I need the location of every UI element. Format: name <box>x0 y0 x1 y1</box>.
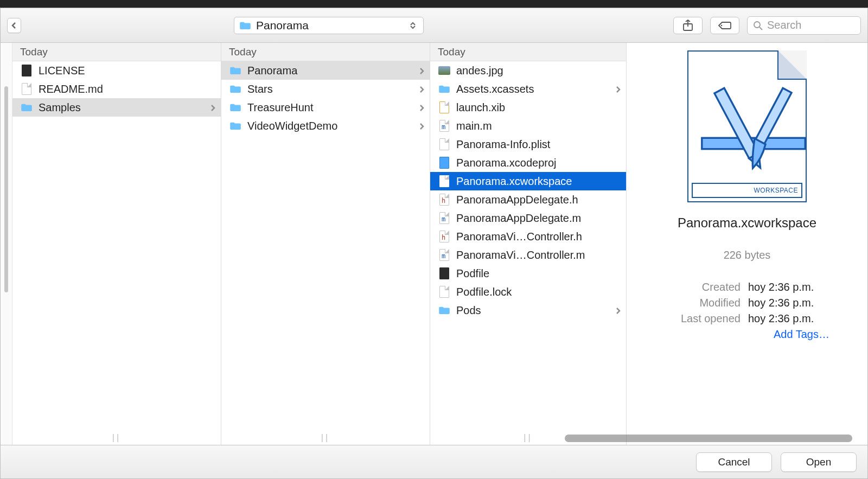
file-icon <box>20 83 33 95</box>
folder-icon <box>229 122 242 130</box>
file-name: VideoWidgetDemo <box>247 120 414 132</box>
file-row[interactable]: Panorama-Info.plist <box>430 135 626 154</box>
chevron-right-icon <box>420 83 424 95</box>
add-tags-link[interactable]: Add Tags… <box>748 328 829 341</box>
file-name: Panorama-Info.plist <box>456 138 621 151</box>
search-icon <box>753 21 763 30</box>
column-header: Today <box>221 43 430 61</box>
chevron-right-icon <box>211 101 215 114</box>
svg-rect-7 <box>755 88 792 145</box>
image-file-icon <box>438 66 451 75</box>
column-resize-handle[interactable]: || <box>321 433 330 443</box>
column-3: Today andes.jpgAssets.xcassetslaunch.xib… <box>430 43 627 445</box>
file-name: andes.jpg <box>456 65 621 77</box>
back-button[interactable] <box>7 18 21 33</box>
column-resize-handle[interactable]: || <box>524 433 532 443</box>
column-resize-handle[interactable]: || <box>112 433 121 443</box>
xcode-workspace-icon <box>698 81 809 174</box>
file-row[interactable]: hPanoramaVi…Controller.h <box>430 227 626 246</box>
chevron-right-icon <box>420 65 424 77</box>
value-modified: hoy 2:36 p.m. <box>748 297 829 309</box>
file-row[interactable]: andes.jpg <box>430 61 626 80</box>
chevron-right-icon <box>420 120 424 132</box>
column-2: Today PanoramaStarsTreasureHuntVideoWidg… <box>221 43 430 445</box>
open-button[interactable]: Open <box>781 452 857 472</box>
file-row[interactable]: Assets.xcassets <box>430 80 626 98</box>
file-row[interactable]: Pods <box>430 301 626 320</box>
file-row[interactable]: hPanoramaAppDelegate.h <box>430 190 626 209</box>
file-name: PanoramaVi…Controller.m <box>456 249 621 261</box>
file-row[interactable]: Stars <box>221 80 430 98</box>
sidebar-scroll-thumb[interactable] <box>4 86 8 292</box>
file-name: Samples <box>39 101 206 114</box>
folder-icon <box>438 85 451 93</box>
plist-file-icon <box>438 138 451 150</box>
file-row[interactable]: TreasureHunt <box>221 98 430 117</box>
label-last-opened: Last opened <box>665 312 741 325</box>
file-row[interactable]: Samples <box>12 98 221 117</box>
objc-m-file-icon: m <box>438 120 451 132</box>
preview-file-name: Panorama.xcworkspace <box>678 215 816 231</box>
file-name: PanoramaAppDelegate.h <box>456 194 621 206</box>
label-created: Created <box>665 281 741 293</box>
open-dialog: Panorama Search <box>0 8 868 479</box>
terminal-file-icon <box>20 65 33 76</box>
value-created: hoy 2:36 p.m. <box>748 281 829 293</box>
sidebar-scroll-track[interactable] <box>1 43 12 445</box>
search-field[interactable]: Search <box>747 16 861 35</box>
objc-h-file-icon: h <box>438 231 451 242</box>
file-name: Pods <box>456 304 611 317</box>
folder-icon <box>20 103 33 112</box>
tags-button[interactable] <box>710 17 739 34</box>
objc-h-file-icon: h <box>438 194 451 206</box>
svg-point-2 <box>754 22 760 28</box>
dialog-footer: Cancel Open <box>1 445 867 478</box>
file-name: Stars <box>247 83 414 95</box>
file-name: Panorama.xcworkspace <box>456 175 621 188</box>
file-name: launch.xib <box>456 101 621 114</box>
path-popup[interactable]: Panorama <box>234 17 424 34</box>
chevron-right-icon <box>616 304 621 317</box>
file-name: Assets.xcassets <box>456 83 611 95</box>
file-row[interactable]: mPanoramaVi…Controller.m <box>430 246 626 264</box>
share-button[interactable] <box>673 17 703 34</box>
file-row[interactable]: README.md <box>12 80 221 98</box>
xcodeproj-icon <box>438 157 451 169</box>
file-name: PanoramaVi…Controller.h <box>456 231 621 243</box>
folder-icon <box>239 21 252 30</box>
file-name: README.md <box>39 83 215 95</box>
file-row[interactable]: Podfile <box>430 264 626 283</box>
search-placeholder: Search <box>767 19 801 31</box>
column-browser: Today LICENSEREADME.mdSamples || Today P… <box>1 43 867 445</box>
file-row[interactable]: Panorama <box>221 61 430 80</box>
file-row[interactable]: mPanoramaAppDelegate.m <box>430 209 626 227</box>
folder-icon <box>229 85 242 93</box>
folder-icon <box>229 103 242 112</box>
file-row[interactable]: Podfile.lock <box>430 283 626 301</box>
toolbar: Panorama Search <box>1 8 867 43</box>
preview-metadata: Created hoy 2:36 p.m. Modified hoy 2:36 … <box>665 281 829 341</box>
file-row[interactable]: VideoWidgetDemo <box>221 117 430 135</box>
file-row[interactable]: Panorama.xcworkspace <box>430 172 626 190</box>
column-header: Today <box>430 43 626 61</box>
preview-size: 226 bytes <box>724 249 771 261</box>
file-name: TreasureHunt <box>247 101 414 114</box>
file-row[interactable]: launch.xib <box>430 98 626 117</box>
file-icon <box>438 286 451 298</box>
file-row[interactable]: Panorama.xcodeproj <box>430 154 626 172</box>
terminal-file-icon <box>438 267 451 279</box>
background-app <box>0 0 868 8</box>
file-row[interactable]: LICENSE <box>12 61 221 80</box>
svg-line-3 <box>760 27 762 30</box>
path-folder-label: Panorama <box>256 19 309 32</box>
file-name: Panorama <box>247 65 414 77</box>
folder-icon <box>438 306 451 315</box>
preview-thumbnail: WORKSPACE <box>687 50 807 202</box>
cancel-button[interactable]: Cancel <box>696 452 772 472</box>
file-name: Panorama.xcodeproj <box>456 157 621 169</box>
file-name: main.m <box>456 120 621 132</box>
file-row[interactable]: mmain.m <box>430 117 626 135</box>
file-name: Podfile <box>456 267 621 280</box>
folder-icon <box>229 66 242 75</box>
column-header: Today <box>12 43 221 61</box>
